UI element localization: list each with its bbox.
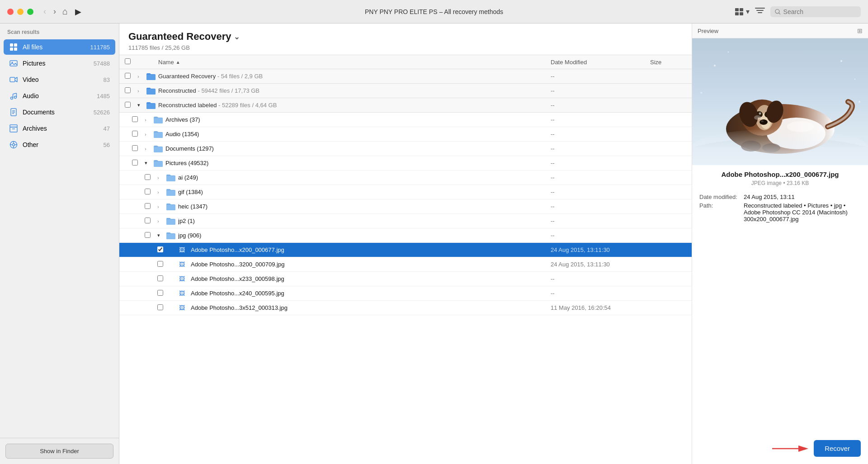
preview-dog-svg — [692, 38, 868, 165]
row-date: 24 Aug 2015, 13:11:30 — [551, 261, 650, 268]
play-button[interactable]: ▶ — [75, 7, 81, 17]
search-box[interactable] — [770, 6, 861, 17]
row-checkbox[interactable] — [132, 159, 141, 167]
list-item[interactable]: › Documents (1297) -- — [119, 142, 692, 156]
row-checkbox[interactable] — [125, 87, 134, 95]
row-checkbox[interactable] — [157, 260, 166, 269]
row-date: -- — [551, 290, 650, 297]
expand-icon[interactable]: › — [157, 175, 165, 180]
sidebar-item-documents[interactable]: Documents 52626 — [4, 104, 115, 120]
row-checkbox[interactable] — [145, 232, 154, 240]
list-item[interactable]: › 🖼 Adobe Photosho...x233_000598.jpg -- — [119, 272, 692, 286]
expand-icon[interactable]: ▾ — [157, 232, 165, 238]
row-name: Archives (37) — [165, 116, 551, 123]
list-item-selected[interactable]: › 🖼 Adobe Photosho...x200_000677.jpg 24 … — [119, 243, 692, 257]
sidebar-count-video: 83 — [104, 76, 110, 83]
content-title-dropdown[interactable]: ⌄ — [234, 33, 240, 41]
forward-button[interactable]: › — [51, 6, 59, 17]
expand-icon[interactable]: ▾ — [137, 102, 145, 108]
expand-icon[interactable]: › — [145, 117, 152, 123]
svg-rect-15 — [10, 77, 15, 82]
select-all-checkbox[interactable] — [125, 58, 131, 64]
sidebar-count-documents: 52626 — [94, 109, 110, 116]
row-checkbox[interactable] — [145, 203, 154, 211]
svg-line-20 — [13, 93, 17, 94]
row-name: Documents (1297) — [165, 145, 551, 152]
column-header-name[interactable]: Name ▲ — [158, 59, 551, 66]
folder-icon — [166, 174, 175, 181]
file-icon: 🖼 — [179, 304, 188, 312]
expand-icon[interactable]: › — [137, 74, 145, 79]
list-item[interactable]: › heic (1347) -- — [119, 199, 692, 214]
list-item[interactable]: › Guaranteed Recovery - 54 files / 2,9 G… — [119, 69, 692, 84]
recover-button[interactable]: Recover — [814, 440, 861, 457]
svg-rect-0 — [735, 8, 739, 11]
row-checkbox[interactable] — [157, 289, 166, 298]
expand-icon[interactable]: › — [145, 132, 152, 137]
row-checkbox[interactable] — [157, 246, 166, 254]
list-item[interactable]: ▾ Pictures (49532) -- — [119, 156, 692, 170]
sidebar-item-video[interactable]: Video 83 — [4, 72, 115, 87]
column-header-size[interactable]: Size — [650, 59, 686, 66]
sidebar-item-audio[interactable]: Audio 1485 — [4, 88, 115, 104]
list-item[interactable]: › Archives (37) -- — [119, 113, 692, 127]
close-button[interactable] — [7, 9, 14, 15]
row-checkbox[interactable] — [132, 145, 141, 153]
list-item[interactable]: › Reconstructed - 59442 files / 17,73 GB… — [119, 84, 692, 98]
row-date: -- — [551, 189, 650, 195]
list-item[interactable]: › gif (1384) -- — [119, 185, 692, 199]
maximize-button[interactable] — [27, 9, 33, 15]
row-checkbox[interactable] — [125, 72, 134, 80]
list-item[interactable]: › ai (249) -- — [119, 170, 692, 185]
sidebar-label-archives: Archives — [23, 125, 99, 132]
list-item[interactable]: › 🖼 Adobe Photosho...3200_000709.jpg 24 … — [119, 257, 692, 272]
list-item[interactable]: › 🖼 Adobe Photosho...3x512_000313.jpg 11… — [119, 301, 692, 315]
folder-icon — [166, 189, 175, 196]
row-checkbox[interactable] — [132, 130, 141, 138]
content-header: Guaranteed Recovery ⌄ 111785 files / 25,… — [119, 24, 692, 55]
folder-svg — [154, 160, 163, 167]
expand-icon[interactable]: › — [157, 189, 165, 195]
list-header: Name ▲ Date Modified Size — [119, 55, 692, 69]
row-checkbox[interactable] — [125, 101, 134, 109]
sidebar-item-archives[interactable]: Archives 47 — [4, 121, 115, 136]
row-checkbox[interactable] — [145, 217, 154, 225]
list-item[interactable]: ▾ Reconstructed labeled - 52289 files / … — [119, 98, 692, 113]
expand-icon[interactable]: › — [157, 204, 165, 209]
row-checkbox[interactable] — [145, 188, 154, 196]
expand-icon[interactable]: › — [137, 88, 145, 94]
sidebar-label-video: Video — [23, 76, 99, 83]
file-icon: 🖼 — [179, 275, 188, 283]
preview-close-icon[interactable]: ⊞ — [857, 27, 863, 34]
svg-rect-13 — [10, 61, 17, 66]
list-item[interactable]: › jp2 (1) -- — [119, 214, 692, 228]
row-date: -- — [551, 232, 650, 239]
row-checkbox[interactable] — [157, 275, 166, 283]
sidebar-item-other[interactable]: Other 56 — [4, 137, 115, 152]
expand-icon[interactable]: › — [145, 146, 152, 152]
back-button[interactable]: ‹ — [41, 6, 49, 17]
list-item[interactable]: ▾ jpg (906) -- — [119, 228, 692, 243]
row-checkbox[interactable] — [157, 304, 166, 312]
filter-button[interactable] — [755, 6, 765, 17]
header-checkbox[interactable] — [125, 58, 134, 66]
expand-icon[interactable]: › — [157, 218, 165, 224]
list-item[interactable]: › 🖼 Adobe Photosho...x240_000595.jpg -- — [119, 286, 692, 301]
minimize-button[interactable] — [17, 9, 24, 15]
row-checkbox[interactable] — [132, 116, 141, 124]
row-checkbox[interactable] — [145, 174, 154, 182]
list-item[interactable]: › Audio (1354) -- — [119, 127, 692, 142]
sidebar-item-all-files[interactable]: All files 111785 — [4, 39, 115, 55]
svg-point-29 — [13, 144, 15, 146]
expand-icon: › — [170, 291, 177, 296]
nav-arrows: ‹ › — [41, 6, 59, 17]
folder-svg — [154, 131, 163, 138]
sidebar-item-pictures[interactable]: Pictures 57488 — [4, 56, 115, 71]
search-input[interactable] — [783, 8, 856, 15]
home-button[interactable]: ⌂ — [62, 6, 68, 17]
view-toggle-button[interactable]: ▾ — [735, 7, 750, 16]
expand-icon[interactable]: ▾ — [145, 160, 152, 166]
show-in-finder-button[interactable]: Show in Finder — [5, 444, 113, 459]
sidebar-label-pictures: Pictures — [23, 60, 89, 67]
column-header-date[interactable]: Date Modified — [551, 59, 650, 66]
